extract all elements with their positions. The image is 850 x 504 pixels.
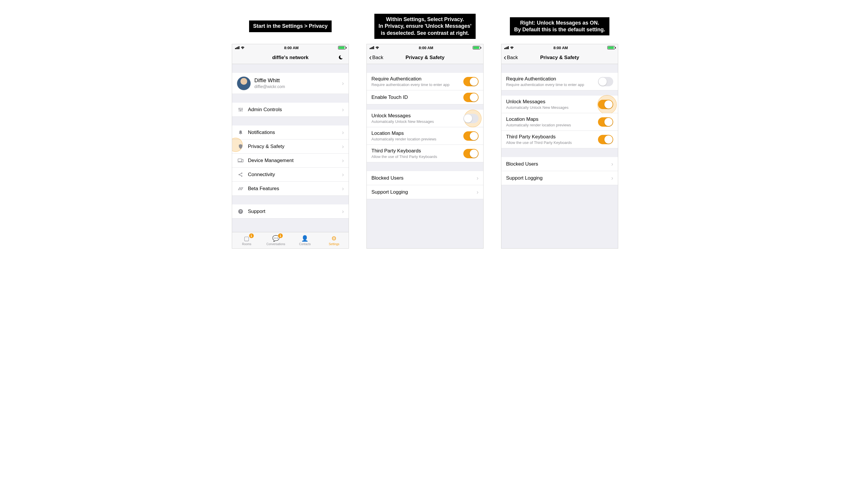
nav-title: Privacy & Safety xyxy=(405,55,444,60)
chevron-right-icon: › xyxy=(342,171,344,178)
row-beta-features[interactable]: Beta Features › xyxy=(232,182,349,196)
nav-bar: diffie's network xyxy=(232,51,349,64)
row-subtitle: Automatically render location previews xyxy=(506,123,598,127)
back-label: Back xyxy=(507,55,518,60)
back-button[interactable]: ‹Back xyxy=(369,53,383,62)
toggle-require-auth[interactable] xyxy=(463,77,479,86)
row-require-auth: Require AuthenticationRequire authentica… xyxy=(501,73,618,90)
row-support[interactable]: ? Support › xyxy=(232,204,349,218)
tab-label: Settings xyxy=(329,242,339,246)
caption-3: Right: Unlock Messages as ON. By Default… xyxy=(510,17,609,36)
row-label: Beta Features xyxy=(248,186,279,192)
row-blocked-users[interactable]: Blocked Users › xyxy=(501,157,618,171)
nav-title: diffie's network xyxy=(272,55,308,60)
chevron-right-icon: › xyxy=(342,106,344,113)
tab-rooms[interactable]: ▢ Rooms 1 xyxy=(232,232,261,248)
row-admin-controls[interactable]: Admin Controls › xyxy=(232,103,349,117)
row-blocked-users[interactable]: Blocked Users › xyxy=(367,171,483,185)
row-title: Unlock Messages xyxy=(371,113,463,119)
profile-email: diffie@wickr.com xyxy=(254,84,285,89)
battery-icon xyxy=(338,46,346,50)
svg-point-5 xyxy=(242,109,243,109)
tab-label: Conversations xyxy=(266,242,285,246)
back-button[interactable]: ‹Back xyxy=(504,53,518,62)
row-connectivity[interactable]: Connectivity › xyxy=(232,168,349,182)
caption-2: Within Settings, Select Privacy. In Priv… xyxy=(374,14,475,39)
badge: 1 xyxy=(278,233,283,238)
row-notifications[interactable]: Notifications › xyxy=(232,125,349,140)
row-privacy-safety[interactable]: Privacy & Safety › xyxy=(232,140,349,154)
toggle-keyboards[interactable] xyxy=(598,135,613,144)
moon-icon[interactable] xyxy=(339,55,344,60)
door-icon: ▢ xyxy=(244,235,249,242)
row-title: Location Maps xyxy=(506,116,598,122)
row-label: Blocked Users xyxy=(371,175,404,181)
row-support-logging[interactable]: Support Logging › xyxy=(367,185,483,199)
chevron-right-icon: › xyxy=(477,189,479,195)
chevron-right-icon: › xyxy=(611,175,613,181)
chevron-left-icon: ‹ xyxy=(369,53,372,62)
chevron-right-icon: › xyxy=(342,208,344,215)
status-bar: 8:00 AM xyxy=(367,44,483,51)
row-support-logging[interactable]: Support Logging › xyxy=(501,171,618,185)
chevron-right-icon: › xyxy=(342,157,344,164)
status-time: 8:00 AM xyxy=(284,46,299,50)
svg-rect-8 xyxy=(242,159,243,162)
profile-name: Diffie Whitt xyxy=(254,77,285,84)
row-touch-id: Enable Touch ID xyxy=(367,90,483,104)
nav-title: Privacy & Safety xyxy=(540,55,579,60)
help-icon: ? xyxy=(237,209,244,214)
toggle-unlock-messages[interactable] xyxy=(598,100,613,109)
row-label: Blocked Users xyxy=(506,161,538,167)
gear-icon: ⚙ xyxy=(331,235,337,242)
status-time: 8:00 AM xyxy=(553,46,568,50)
chevron-right-icon: › xyxy=(342,129,344,136)
row-title: Unlock Messages xyxy=(506,99,598,105)
row-third-party-keyboards: Third Party KeyboardsAllow the use of Th… xyxy=(367,145,483,162)
row-subtitle: Automatically render location previews xyxy=(371,137,463,141)
profile-row[interactable]: Diffie Whitt diffie@wickr.com › xyxy=(232,73,349,94)
status-bar: 8:00 AM xyxy=(232,44,349,51)
toggle-require-auth[interactable] xyxy=(598,77,613,86)
row-label: Privacy & Safety xyxy=(248,144,284,149)
tab-contacts[interactable]: 👤 Contacts xyxy=(290,232,320,248)
row-subtitle: Allow the use of Third Party Keyboards xyxy=(506,140,598,145)
row-label: Device Management xyxy=(248,158,294,163)
contact-icon: 👤 xyxy=(301,235,308,242)
toggle-keyboards[interactable] xyxy=(463,149,479,158)
bell-icon xyxy=(237,130,244,135)
tab-label: Contacts xyxy=(299,242,311,246)
tab-bar: ▢ Rooms 1 💬 Conversations 1 👤 Contacts ⚙… xyxy=(232,232,349,248)
toggle-location-maps[interactable] xyxy=(463,131,479,141)
svg-point-3 xyxy=(239,108,240,109)
row-label: Support xyxy=(248,209,265,214)
toggle-unlock-messages[interactable] xyxy=(463,114,479,123)
status-bar: 8:00 AM xyxy=(501,44,618,51)
devices-icon xyxy=(237,159,244,163)
row-title: Location Maps xyxy=(371,130,463,136)
nav-bar: ‹Back Privacy & Safety xyxy=(367,51,483,64)
row-subtitle: Allow the use of Third Party Keyboards xyxy=(371,155,463,159)
toggle-location-maps[interactable] xyxy=(598,117,613,127)
screen-privacy-on: 8:00 AM ‹Back Privacy & Safety Require A… xyxy=(501,44,618,249)
signal-icon xyxy=(504,46,509,49)
row-title: Third Party Keyboards xyxy=(506,134,598,140)
row-device-management[interactable]: Device Management › xyxy=(232,154,349,168)
toggle-touch-id[interactable] xyxy=(463,93,479,102)
shield-icon xyxy=(237,144,244,149)
row-title: Third Party Keyboards xyxy=(371,148,463,154)
row-location-maps: Location MapsAutomatically render locati… xyxy=(367,127,483,145)
row-label: Support Logging xyxy=(371,189,408,195)
row-label: Notifications xyxy=(248,130,275,136)
status-time: 8:00 AM xyxy=(419,46,433,50)
chevron-right-icon: › xyxy=(342,185,344,192)
tab-settings[interactable]: ⚙ Settings xyxy=(320,232,349,248)
row-title: Require Authentication xyxy=(371,76,463,82)
row-subtitle: Require authentication every time to ent… xyxy=(371,83,463,87)
row-location-maps: Location MapsAutomatically render locati… xyxy=(501,113,618,131)
tab-conversations[interactable]: 💬 Conversations 1 xyxy=(261,232,291,248)
wifi-icon xyxy=(241,46,245,50)
signal-icon xyxy=(370,46,374,49)
nav-bar: ‹Back Privacy & Safety xyxy=(501,51,618,64)
chevron-right-icon: › xyxy=(342,80,344,87)
